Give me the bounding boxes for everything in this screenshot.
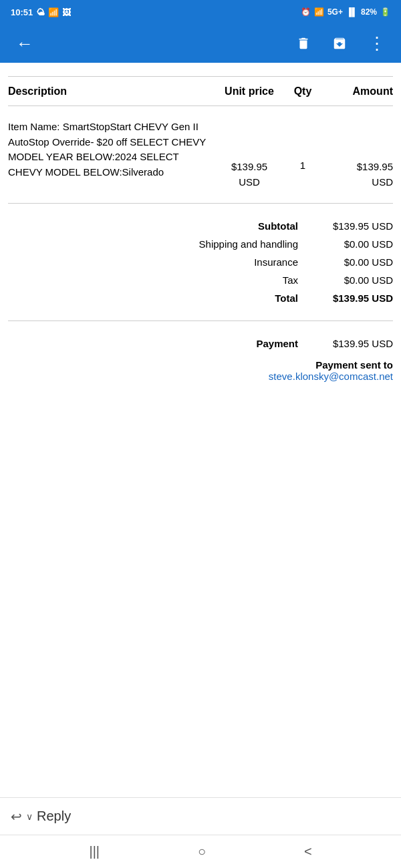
tax-value: $0.00 USD	[306, 274, 393, 286]
wifi-icon: 📶	[48, 7, 59, 17]
payment-value: $139.95 USD	[306, 338, 393, 349]
reply-label: Reply	[37, 809, 71, 824]
battery-percentage: 82%	[361, 7, 377, 17]
delete-button[interactable]	[291, 31, 316, 56]
total-value: $139.95 USD	[306, 292, 393, 304]
insurance-row: Insurance $0.00 USD	[8, 253, 393, 271]
row-amount: $139.95USD	[319, 120, 393, 190]
more-options-button[interactable]: ⋮	[363, 28, 390, 59]
signal-bars-icon: ▐▌	[346, 7, 358, 17]
android-nav-bar: ||| ○ <	[0, 835, 401, 868]
status-right: ⏰ 📶 5G+ ▐▌ 82% 🔋	[301, 7, 390, 17]
reply-icon: ↩	[11, 809, 22, 825]
subtotal-label: Subtotal	[258, 220, 298, 232]
row-description: Item Name: SmartStopStart CHEVY Gen II A…	[8, 120, 213, 180]
row-unit-price: $139.95USD	[213, 120, 286, 190]
row-qty: 1	[286, 120, 319, 171]
insurance-label: Insurance	[254, 256, 298, 268]
archive-button[interactable]	[327, 31, 352, 56]
time: 10:51	[11, 7, 33, 17]
content-area: Description Unit price Qty Amount Item N…	[0, 63, 401, 797]
header-description: Description	[8, 85, 213, 97]
table-row: Item Name: SmartStopStart CHEVY Gen II A…	[8, 106, 393, 204]
total-row: Total $139.95 USD	[8, 289, 393, 307]
cloud-icon: 🌤	[36, 7, 45, 17]
payment-label: Payment	[256, 338, 298, 349]
header-qty: Qty	[286, 85, 319, 97]
image-icon: 🖼	[62, 7, 71, 17]
network-type: 5G+	[327, 7, 343, 17]
alarm-icon: ⏰	[301, 7, 311, 17]
app-bar: ← ⋮	[0, 24, 401, 63]
back-nav-button[interactable]: <	[304, 844, 312, 859]
bottom-reply-bar: ↩ ∨ Reply	[0, 797, 401, 835]
home-nav-button[interactable]: ○	[198, 844, 206, 859]
menu-nav-button[interactable]: |||	[89, 844, 100, 859]
reply-chevron-icon: ∨	[26, 811, 33, 822]
subtotal-row: Subtotal $139.95 USD	[8, 217, 393, 235]
status-left: 10:51 🌤 📶 🖼	[11, 7, 71, 17]
payment-sent-label: Payment sent to	[315, 359, 393, 371]
payment-sent-row: Payment sent to steve.klonsky@comcast.ne…	[8, 353, 393, 382]
shipping-row: Shipping and handling $0.00 USD	[8, 235, 393, 253]
insurance-value: $0.00 USD	[306, 256, 393, 268]
table-header: Description Unit price Qty Amount	[8, 77, 393, 106]
reply-section[interactable]: ↩ ∨ Reply	[11, 809, 390, 825]
wifi-signal-icon: 📶	[314, 7, 324, 17]
battery-icon: 🔋	[380, 7, 390, 17]
status-bar: 10:51 🌤 📶 🖼 ⏰ 📶 5G+ ▐▌ 82% 🔋	[0, 0, 401, 24]
total-label: Total	[275, 292, 298, 304]
tax-row: Tax $0.00 USD	[8, 271, 393, 289]
tax-label: Tax	[283, 274, 298, 286]
header-unit-price: Unit price	[213, 85, 286, 97]
payment-section: Payment $139.95 USD Payment sent to stev…	[8, 321, 393, 395]
back-button[interactable]: ←	[11, 28, 39, 59]
payment-row: Payment $139.95 USD	[8, 335, 393, 353]
shipping-value: $0.00 USD	[306, 238, 393, 250]
header-amount: Amount	[319, 85, 393, 97]
summary-section: Subtotal $139.95 USD Shipping and handli…	[8, 204, 393, 321]
shipping-label: Shipping and handling	[199, 238, 298, 250]
subtotal-value: $139.95 USD	[306, 220, 393, 232]
payment-email[interactable]: steve.klonsky@comcast.net	[269, 371, 393, 382]
